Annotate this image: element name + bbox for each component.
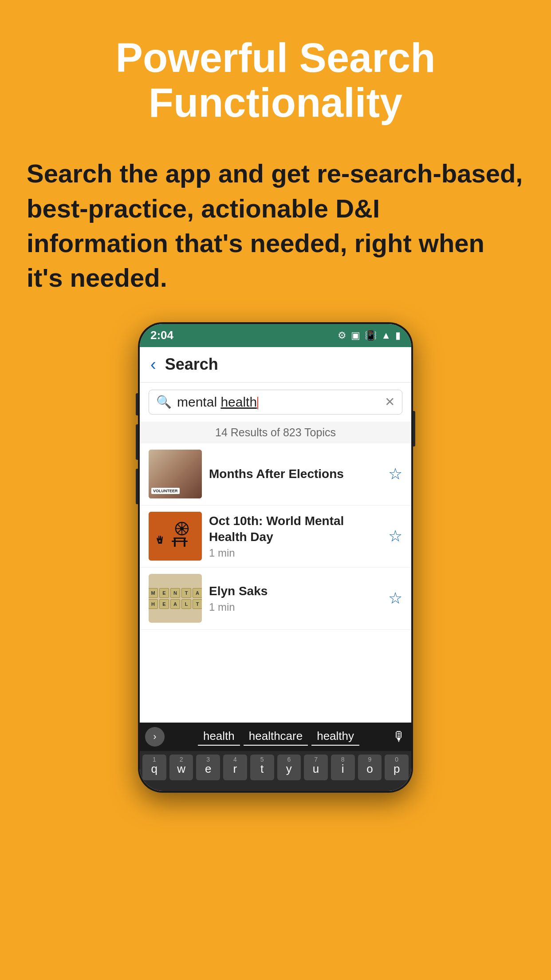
svg-rect-8 — [173, 537, 186, 539]
text-cursor — [257, 397, 258, 409]
app-bar: ‹ Search — [140, 347, 411, 383]
result-duration: 1 min — [209, 547, 381, 559]
key-letter: y — [286, 762, 292, 776]
power-button — [413, 411, 415, 447]
result-info: Oct 10th: World Mental Health Day 1 min — [209, 513, 381, 560]
bookmark-star-icon[interactable]: ☆ — [388, 589, 402, 608]
result-thumbnail: M E N T A H E A — [149, 574, 202, 623]
status-bar: 2:04 ⚙ ▣ 📳 ▲ ▮ — [140, 324, 411, 347]
result-info: Months After Elections — [209, 466, 381, 482]
key-number: 6 — [277, 756, 301, 763]
search-input-row[interactable]: 🔍 mental health ✕ — [149, 390, 402, 415]
key-letter: o — [366, 762, 373, 776]
settings-icon: ⚙ — [338, 330, 346, 341]
search-icon: 🔍 — [156, 395, 172, 409]
battery-icon: ▮ — [395, 330, 401, 341]
key-number: 2 — [169, 756, 193, 763]
scrabble-tile: N — [170, 588, 180, 598]
result-title: Months After Elections — [209, 466, 381, 482]
bookmark-star-icon[interactable]: ☆ — [388, 527, 402, 545]
key-letter: w — [177, 762, 185, 776]
key-letter: r — [233, 762, 237, 776]
suggestions-arrow-button[interactable]: › — [145, 727, 165, 747]
key-number: 4 — [223, 756, 247, 763]
clear-search-button[interactable]: ✕ — [385, 395, 395, 409]
scrabble-tile: T — [193, 599, 202, 609]
suggestion-health[interactable]: health — [198, 727, 240, 746]
scrabble-tile: A — [170, 599, 180, 609]
svg-rect-9 — [174, 539, 176, 547]
key-w[interactable]: 2 w — [169, 755, 193, 780]
screenshot-icon: ▣ — [351, 330, 360, 341]
screen-content: 2:04 ⚙ ▣ 📳 ▲ ▮ ‹ Search — [140, 324, 411, 791]
key-t[interactable]: 5 t — [250, 755, 274, 780]
keyboard-row-1: 1 q 2 w 3 e 4 — [142, 755, 409, 780]
suggestion-healthcare[interactable]: healthcare — [244, 727, 308, 746]
status-time: 2:04 — [150, 328, 173, 342]
scrabble-tile: E — [159, 599, 169, 609]
phone-outer: 2:04 ⚙ ▣ 📳 ▲ ▮ ‹ Search — [138, 322, 413, 793]
page-description: Search the app and get re-search-based, … — [0, 156, 551, 295]
suggestion-words: health healthcare healthy — [169, 727, 388, 746]
result-item[interactable]: VOLUNTEER Months After Elections ☆ — [140, 443, 411, 506]
key-o[interactable]: 9 o — [358, 755, 382, 780]
key-letter: q — [151, 762, 157, 776]
results-count: 14 Results of 823 Topics — [140, 422, 411, 443]
result-thumbnail — [149, 512, 202, 561]
key-letter: t — [260, 762, 264, 776]
key-r[interactable]: 4 r — [223, 755, 247, 780]
screen-title: Search — [165, 355, 218, 374]
key-u[interactable]: 7 u — [304, 755, 328, 780]
suggestion-healthy[interactable]: healthy — [311, 727, 359, 746]
result-list: VOLUNTEER Months After Elections ☆ — [140, 443, 411, 723]
key-number: 3 — [196, 756, 220, 763]
scrabble-tile: L — [181, 599, 191, 609]
keyboard-area: 1 q 2 w 3 e 4 — [140, 751, 411, 791]
scrabble-tile: H — [149, 599, 158, 609]
key-number: 8 — [331, 756, 355, 763]
key-letter: e — [205, 762, 211, 776]
wifi-icon: ▲ — [381, 330, 391, 341]
status-icons: ⚙ ▣ 📳 ▲ ▮ — [338, 330, 401, 341]
query-underlined: health — [220, 395, 257, 409]
scrabble-tile: T — [181, 588, 191, 598]
query-prefix: mental — [177, 395, 220, 409]
search-box-area: 🔍 mental health ✕ — [140, 383, 411, 422]
key-letter: u — [313, 762, 319, 776]
key-letter: i — [342, 762, 344, 776]
page-container: Powerful Search Functionality Search the… — [0, 0, 551, 980]
svg-rect-10 — [184, 539, 185, 547]
result-info: Elyn Saks 1 min — [209, 583, 381, 613]
key-number: 7 — [304, 756, 328, 763]
key-number: 1 — [142, 756, 166, 763]
back-button[interactable]: ‹ — [150, 355, 156, 374]
key-q[interactable]: 1 q — [142, 755, 166, 780]
svg-point-11 — [159, 540, 161, 542]
key-y[interactable]: 6 y — [277, 755, 301, 780]
key-number: 5 — [250, 756, 274, 763]
key-number: 9 — [358, 756, 382, 763]
bookmark-star-icon[interactable]: ☆ — [388, 465, 402, 483]
result-item[interactable]: M E N T A H E A — [140, 568, 411, 630]
key-i[interactable]: 8 i — [331, 755, 355, 780]
key-letter: p — [394, 762, 400, 776]
result-title: Elyn Saks — [209, 583, 381, 599]
key-number: 0 — [385, 756, 409, 763]
key-p[interactable]: 0 p — [385, 755, 409, 780]
result-thumbnail: VOLUNTEER — [149, 450, 202, 498]
keyboard-suggestions-bar: › health healthcare healthy 🎙 — [140, 723, 411, 751]
vibrate-icon: 📳 — [365, 330, 377, 341]
microphone-icon[interactable]: 🎙 — [393, 729, 406, 744]
result-title: Oct 10th: World Mental Health Day — [209, 513, 381, 545]
svg-rect-0 — [149, 512, 202, 561]
search-query[interactable]: mental health — [177, 395, 379, 410]
result-item[interactable]: Oct 10th: World Mental Health Day 1 min … — [140, 506, 411, 568]
phone-mockup: 2:04 ⚙ ▣ 📳 ▲ ▮ ‹ Search — [138, 322, 413, 793]
scrabble-tile: M — [149, 588, 158, 598]
scrabble-tile: E — [159, 588, 169, 598]
phone-inner: 2:04 ⚙ ▣ 📳 ▲ ▮ ‹ Search — [140, 324, 411, 791]
result-duration: 1 min — [209, 601, 381, 613]
scrabble-tile: A — [193, 588, 202, 598]
page-headline: Powerful Search Functionality — [0, 36, 551, 125]
key-e[interactable]: 3 e — [196, 755, 220, 780]
